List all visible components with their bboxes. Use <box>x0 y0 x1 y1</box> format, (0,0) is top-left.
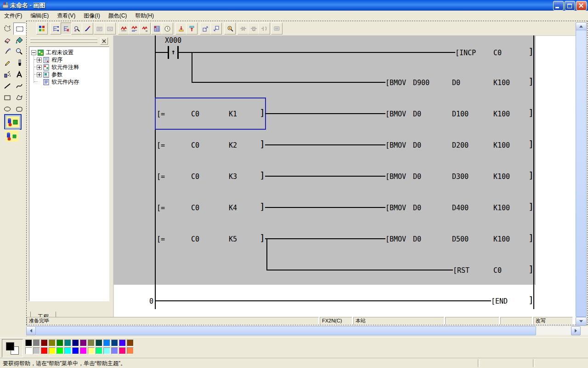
tool-polygon[interactable] <box>13 92 25 103</box>
palette-swatch[interactable] <box>57 339 63 346</box>
menu-file[interactable]: 文件(F) <box>0 11 26 21</box>
palette-swatch[interactable] <box>49 347 56 354</box>
tool-select[interactable] <box>13 23 26 35</box>
palette-swatch[interactable] <box>80 339 87 346</box>
palette-swatch[interactable] <box>64 347 71 354</box>
palette-swatch[interactable] <box>41 339 48 346</box>
scroll-left-button[interactable] <box>26 326 36 335</box>
palette-swatch[interactable] <box>127 347 134 354</box>
tree-node-parameter[interactable]: 参数 <box>37 71 62 78</box>
gx-contact-tool-button[interactable] <box>237 23 249 34</box>
gx-ladder-mode-active-button[interactable] <box>61 23 72 34</box>
palette-swatch[interactable] <box>25 347 32 354</box>
palette-swatch[interactable] <box>127 339 134 346</box>
gx-coil-tool-button[interactable] <box>248 23 260 34</box>
tool-eraser[interactable] <box>1 34 13 46</box>
tree-node-project-root[interactable]: 工程未设置 <box>31 49 74 56</box>
palette-swatch[interactable] <box>88 347 95 354</box>
palette-swatch[interactable] <box>96 347 102 354</box>
panel-grip[interactable] <box>30 38 97 40</box>
collapse-icon[interactable] <box>31 50 36 55</box>
palette-swatch[interactable] <box>49 339 56 346</box>
palette-swatch[interactable] <box>72 339 79 346</box>
palette-swatch[interactable] <box>41 347 48 354</box>
gx-status-empty <box>445 317 499 325</box>
gx-plc-read-button[interactable] <box>186 23 198 34</box>
gx-rung-insert-button[interactable] <box>118 23 130 34</box>
tool-curve[interactable] <box>13 80 25 92</box>
close-button[interactable] <box>576 1 587 11</box>
palette-swatch[interactable] <box>88 339 95 346</box>
menu-edit[interactable]: 编辑(E) <box>26 11 53 21</box>
gx-monitor-panel-button[interactable] <box>271 23 283 34</box>
palette-swatch[interactable] <box>103 339 110 346</box>
panel-grip[interactable] <box>30 40 97 43</box>
gx-arrange-windows-button[interactable] <box>210 23 222 34</box>
option-transparent-selection[interactable] <box>4 129 20 143</box>
canvas-h-scrollbar[interactable] <box>26 326 588 335</box>
foreground-color-swatch[interactable] <box>6 342 14 351</box>
restore-button[interactable] <box>565 1 575 11</box>
tool-free-form-select[interactable] <box>1 23 13 34</box>
tree-node-program[interactable]: 程序 <box>37 56 62 63</box>
palette-swatch[interactable] <box>64 339 71 346</box>
tool-rounded-rectangle[interactable] <box>13 103 25 115</box>
panel-close-button[interactable] <box>100 37 108 45</box>
expand-icon[interactable] <box>37 65 42 70</box>
gx-branch-tool-button[interactable] <box>259 23 270 34</box>
gx-ladder-mode-button[interactable] <box>50 23 62 34</box>
palette-swatch[interactable] <box>33 339 40 346</box>
current-colors-indicator[interactable] <box>2 339 23 357</box>
gx-new-window-button[interactable] <box>200 23 211 34</box>
gx-clock-monitor-button[interactable] <box>162 23 173 34</box>
tool-pencil[interactable] <box>1 57 13 69</box>
palette-swatch[interactable] <box>111 339 118 346</box>
gx-program-write-button[interactable] <box>104 23 116 34</box>
tool-ellipse[interactable] <box>1 103 13 115</box>
h-scroll-thumb[interactable] <box>35 326 536 335</box>
tree-node-device-comment[interactable]: 软元件注释 <box>37 63 79 71</box>
tool-brush[interactable] <box>13 57 25 69</box>
palette-swatch[interactable] <box>25 339 32 346</box>
expand-icon[interactable] <box>37 58 42 63</box>
gx-device-find-button[interactable] <box>71 23 83 34</box>
palette-swatch[interactable] <box>119 347 126 354</box>
menu-colors[interactable]: 颜色(C) <box>104 11 131 21</box>
minimize-button[interactable] <box>553 1 564 11</box>
palette-swatch[interactable] <box>57 347 63 354</box>
tree-node-device-memory[interactable]: 软元件内存 <box>37 78 79 86</box>
gx-device-zoom-button[interactable] <box>224 23 236 34</box>
menu-image[interactable]: 图像(I) <box>79 11 104 21</box>
pasted-screenshot[interactable]: 工程未设置 程序 软元件注释 参数 <box>26 21 588 325</box>
palette-swatch[interactable] <box>33 347 40 354</box>
scroll-down-button[interactable] <box>576 317 587 326</box>
gx-device-write-button[interactable] <box>82 23 93 34</box>
palette-swatch[interactable] <box>119 339 126 346</box>
palette-swatch[interactable] <box>80 347 87 354</box>
palette-swatch[interactable] <box>103 347 110 354</box>
gx-status-station: 本站 <box>353 317 444 325</box>
palette-swatch[interactable] <box>111 347 118 354</box>
scroll-right-button[interactable] <box>571 326 581 335</box>
tool-airbrush[interactable] <box>1 69 13 80</box>
palette-swatch[interactable] <box>96 339 102 346</box>
menu-view[interactable]: 查看(V) <box>53 11 79 21</box>
gx-program-read-button[interactable] <box>94 23 105 34</box>
gx-project-data-list-button[interactable] <box>36 23 48 34</box>
tool-rectangle[interactable] <box>1 92 13 103</box>
expand-icon[interactable] <box>37 72 42 77</box>
gx-rung-delete-button[interactable] <box>139 23 151 34</box>
tool-color-picker[interactable] <box>1 46 13 57</box>
tool-text[interactable] <box>13 69 25 80</box>
menu-help[interactable]: 帮助(H) <box>131 11 158 21</box>
option-opaque-selection[interactable] <box>4 114 22 130</box>
gx-plc-write-button[interactable] <box>175 23 187 34</box>
gx-rung-edit-button[interactable] <box>129 23 140 34</box>
v-scroll-thumb[interactable] <box>576 30 587 317</box>
gx-v-scrollbar[interactable] <box>576 22 586 325</box>
tool-fill[interactable] <box>13 34 25 46</box>
tool-magnifier[interactable] <box>13 46 25 57</box>
gx-device-batch-monitor-button[interactable] <box>151 23 163 34</box>
palette-swatch[interactable] <box>72 347 79 354</box>
tool-line[interactable] <box>1 80 13 92</box>
